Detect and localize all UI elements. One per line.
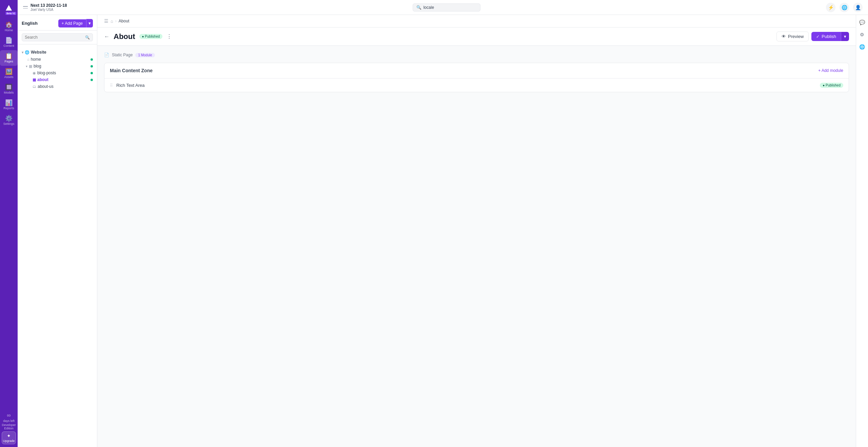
globe-icon[interactable]: 🌐 [840,3,849,12]
sidebar-item-pages[interactable]: 📋 Pages [0,50,18,66]
page-meta: 📄 Static Page 1 Module [104,53,849,57]
sidebar-item-label-assets: Assets [4,75,13,79]
preview-button[interactable]: 👁 Preview [776,32,809,41]
section-label: Website [31,50,46,55]
tree-item-dot-home [91,58,93,61]
settings-icon: ⚙️ [5,115,13,121]
tree-item-label-about-us: about-us [38,84,54,89]
home-tree-icon: ⌂ [27,57,29,61]
main-content: ☰ ⌂ › About ← About ● Published ⋮ 👁 Prev… [97,15,856,447]
preview-label: Preview [788,34,804,39]
content-icon: 📄 [5,37,13,43]
upgrade-label: Upgrade [3,439,15,443]
sidebar-item-label-pages: Pages [4,60,13,63]
add-page-button[interactable]: + Add Page [58,19,86,27]
sidebar-item-label-reports: Reports [3,106,14,110]
sidebar-search-input[interactable] [25,35,83,40]
module-published-badge: ● Published [820,83,843,88]
header-actions: 👁 Preview ✓ Publish ▾ [776,32,849,41]
drag-handle-icon[interactable]: ⠿ [110,83,113,88]
back-button[interactable]: ← [104,34,110,40]
search-icon: 🔍 [416,5,421,10]
module-count-badge: 1 Module [135,53,155,57]
hamburger-icon: ☰ [104,18,108,24]
sidebar-item-reports[interactable]: 📊 Reports [0,97,18,113]
secondary-sidebar: English + Add Page ▾ 🔍 ▾ 🌐 Website ⌂ hom… [18,15,97,447]
tree-item-label-home: home [31,57,41,62]
user-next-label: Next 13 2022-11-18 [31,3,67,8]
page-type: Static Page [112,53,133,57]
tree-item-label-about: about [37,77,48,82]
publish-dropdown-button[interactable]: ▾ [841,32,849,41]
publish-group: ✓ Publish ▾ [811,32,849,41]
upgrade-info: ∞ days left Developer Edition [0,412,18,430]
sidebar-search-box[interactable]: 🔍 [22,33,93,41]
publish-label: Publish [822,34,836,39]
sidebar-item-label-content: Content [3,44,14,47]
page-header: ← About ● Published ⋮ 👁 Preview ✓ Publis… [97,27,856,46]
blog-chevron-icon: ▾ [26,64,27,68]
sidebar-bottom: ∞ days left Developer Edition ✦ Upgrade [0,412,18,447]
secondary-header: English + Add Page ▾ [18,15,97,31]
add-module-button[interactable]: + Add module [818,68,843,73]
section-chevron: ▾ [22,51,23,54]
user-icon[interactable]: 👤 [853,3,863,12]
table-row[interactable]: ⠿ Rich Text Area ● Published [104,78,849,92]
breadcrumb: ☰ ⌂ › About [97,15,856,27]
tree-item-label-blog: blog [34,64,41,69]
page-tree: ▾ 🌐 Website ⌂ home ▾ ▦ blog ◉ blog-posts [18,44,97,447]
page-body: 📄 Static Page 1 Module Main Content Zone… [97,46,856,447]
sidebar-item-label-settings: Settings [3,122,15,125]
bolt-icon[interactable]: ⚡ [826,3,835,12]
tree-item-label-blog-posts: blog-posts [37,71,56,75]
published-badge: ● Published [139,34,163,39]
sidebar-item-content[interactable]: 📄 Content [0,35,18,50]
website-section: ▾ 🌐 Website ⌂ home ▾ ▦ blog ◉ blog-posts [18,47,97,91]
breadcrumb-home-icon[interactable]: ⌂ [111,19,113,24]
tree-item-dot-about [91,79,93,81]
content-zone-header: Main Content Zone + Add module [104,63,849,78]
topbar-user-info: Next 13 2022-11-18 Joel Varty USA [31,3,67,12]
beta-badge: Beta V1 [5,12,16,15]
sidebar-item-settings[interactable]: ⚙️ Settings [0,113,18,128]
tree-item-dot-blog-posts [91,72,93,74]
left-sidebar: Beta V1 🏠 Home 📄 Content 📋 Pages 🖼️ Asse… [0,0,18,447]
website-section-header[interactable]: ▾ 🌐 Website [18,48,97,56]
language-selector[interactable]: English [22,21,56,26]
tree-item-home[interactable]: ⌂ home [18,56,97,63]
sliders-icon[interactable]: ⚙ [857,30,867,39]
tree-item-blog-posts[interactable]: ◉ blog-posts [18,70,97,76]
publish-button[interactable]: ✓ Publish [811,32,841,41]
eye-icon: 👁 [782,34,786,39]
sidebar-item-home[interactable]: 🏠 Home [0,19,18,35]
content-zone: Main Content Zone + Add module ⠿ Rich Te… [104,63,849,92]
blogposts-tree-icon: ◉ [33,71,36,75]
sidebar-item-models[interactable]: 🔲 Models [0,81,18,97]
sidebar-item-label-models: Models [4,91,14,94]
search-box[interactable]: 🔍 [413,3,480,12]
svg-marker-0 [6,5,12,11]
search-input[interactable] [423,5,464,10]
tree-item-about-us[interactable]: 🗂 about-us [18,83,97,90]
upgrade-button[interactable]: ✦ Upgrade [2,431,16,444]
aboutus-tree-icon: 🗂 [33,84,36,89]
blog-tree-icon: ▦ [29,64,32,69]
breadcrumb-separator: › [115,19,117,23]
topbar-navigation[interactable] [23,6,28,8]
sidebar-item-assets[interactable]: 🖼️ Assets [0,66,18,81]
tree-item-blog[interactable]: ▾ ▦ blog [18,63,97,70]
topbar-actions: ⚡ 🌐 👤 [826,3,863,12]
models-icon: 🔲 [5,84,13,90]
chat-icon[interactable]: 💬 [857,18,867,27]
check-icon: ✓ [816,34,820,39]
globe-settings-icon[interactable]: 🌐 [857,42,867,52]
topbar: Next 13 2022-11-18 Joel Varty USA 🔍 ⚡ 🌐 … [18,0,868,15]
breadcrumb-current: About [119,19,129,23]
sidebar-nav: 🏠 Home 📄 Content 📋 Pages 🖼️ Assets 🔲 Mod… [0,16,18,412]
more-options-button[interactable]: ⋮ [166,33,172,40]
add-page-group: + Add Page ▾ [58,19,93,27]
tree-item-about[interactable]: ▦ about [18,76,97,83]
add-page-dropdown-button[interactable]: ▾ [86,19,93,27]
tree-item-dot-blog [91,65,93,67]
app-logo[interactable]: Beta V1 [0,0,18,16]
